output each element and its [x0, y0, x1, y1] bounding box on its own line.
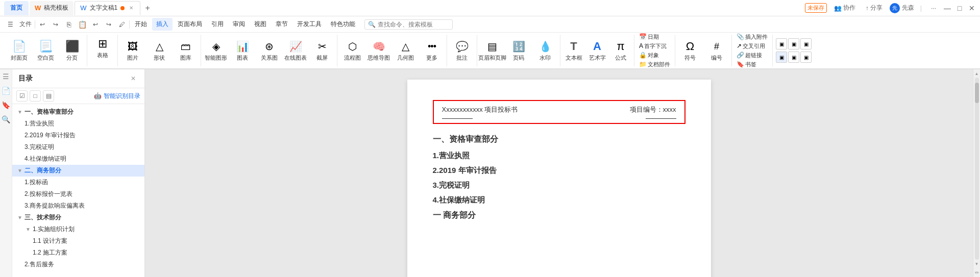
- ribbon-btn-hyperlink[interactable]: 🔗 超链接: [735, 51, 769, 59]
- menu-chapter[interactable]: 章节: [272, 18, 292, 31]
- toc-item-10[interactable]: ▼ 1.实施组织计划: [12, 223, 144, 235]
- view-btn-5[interactable]: ▣: [788, 52, 799, 63]
- ribbon-btn-table[interactable]: ⊞ 表格: [90, 35, 115, 61]
- menu-special[interactable]: 特色功能: [327, 18, 359, 31]
- toc-item-0[interactable]: ▼ 一、资格审查部分: [12, 106, 144, 118]
- ribbon-btn-pageno[interactable]: 🔢 页码: [506, 37, 531, 64]
- menu-insert[interactable]: 插入: [152, 18, 173, 31]
- ribbon-btn-watermark[interactable]: 💧 水印: [532, 37, 558, 64]
- ribbon-btn-screenshot[interactable]: ✂ 截屏: [309, 37, 335, 64]
- sidebar-close-btn[interactable]: ✕: [128, 73, 138, 84]
- copy-btn[interactable]: ⎘: [63, 18, 75, 31]
- undo-btn[interactable]: ↩: [36, 18, 48, 31]
- tab-home[interactable]: 首页: [4, 1, 29, 15]
- ribbon-btn-chart[interactable]: 📊 图表: [230, 37, 255, 64]
- toc-item-6[interactable]: 1.投标函: [12, 177, 144, 188]
- ribbon-btn-comment[interactable]: 💬 批注: [449, 37, 475, 64]
- ribbon-btn-header-footer[interactable]: ▤ 页眉和页脚: [479, 37, 505, 64]
- menu-reference[interactable]: 引用: [207, 18, 228, 31]
- redo-btn[interactable]: ↪: [50, 18, 62, 31]
- ribbon-btn-blank[interactable]: 📃 空白页: [33, 37, 58, 64]
- toc-item-3[interactable]: 3.完税证明: [12, 141, 144, 153]
- menu-layout[interactable]: 页面布局: [174, 18, 206, 31]
- view-btn-1[interactable]: ▣: [776, 38, 787, 49]
- scroll-up-btn[interactable]: ▲: [974, 70, 980, 77]
- ribbon-btn-mindmap[interactable]: 🧠 思维导图: [366, 37, 391, 64]
- ribbon-btn-date[interactable]: 📅 日期: [638, 33, 672, 41]
- close-btn[interactable]: ✕: [968, 4, 976, 12]
- ribbon-btn-object[interactable]: 🔒 对象: [638, 51, 672, 59]
- auto-toc-btn[interactable]: 🤖 智能识别目录: [94, 92, 140, 100]
- undo2-btn[interactable]: ↩: [89, 18, 102, 31]
- ribbon-btn-more[interactable]: ••• 更多: [419, 37, 445, 64]
- ribbon-btn-flowchart[interactable]: ⬡ 流程图: [339, 37, 365, 64]
- ribbon-btn-cover[interactable]: 📄 封面页: [6, 37, 32, 64]
- title-bar: 首页 W 稿壳模板 W 文字文稿1 ✕ + 未保存 👥 协作 ↑ 分享 先 先森…: [0, 0, 980, 16]
- menu-toggle-btn[interactable]: ☰: [4, 18, 16, 31]
- redo2-btn[interactable]: ↪: [103, 18, 115, 31]
- search-input[interactable]: [378, 21, 449, 28]
- share-btn[interactable]: ↑ 分享: [863, 3, 886, 13]
- ribbon-btn-relation[interactable]: ⊛ 关系图: [256, 37, 282, 64]
- sidebar-toolbar-btn-3[interactable]: ▤: [43, 90, 54, 102]
- view-btn-4[interactable]: ▣: [776, 52, 787, 63]
- ribbon-btn-numbering[interactable]: # 编号: [704, 37, 729, 64]
- minimize-btn[interactable]: —: [943, 4, 951, 12]
- toc-item-7[interactable]: 2.投标报价一览表: [12, 188, 144, 200]
- ribbon-btn-online-chart[interactable]: 📈 在线图表: [283, 37, 308, 64]
- scroll-down-btn[interactable]: ▼: [974, 261, 980, 267]
- menu-devtools[interactable]: 开发工具: [293, 18, 326, 31]
- view-btn-3[interactable]: ▣: [800, 38, 812, 49]
- tab-document[interactable]: W 文字文稿1 ✕: [75, 1, 140, 15]
- tab-close-btn[interactable]: ✕: [128, 5, 135, 12]
- relation-icon: ⊛: [262, 39, 276, 54]
- ribbon-btn-symbol[interactable]: Ω 符号: [677, 37, 703, 64]
- ribbon-btn-smart[interactable]: ◈ 智能图形: [203, 37, 229, 64]
- toc-item-5[interactable]: ▼ 二、商务部分: [12, 165, 144, 177]
- file-menu-btn[interactable]: 文件: [17, 18, 34, 31]
- left-panel-page-icon[interactable]: 📄: [1, 86, 11, 96]
- view-btn-2[interactable]: ▣: [788, 38, 799, 49]
- search-box[interactable]: 🔍: [364, 19, 453, 30]
- paste-btn[interactable]: 📋: [76, 18, 88, 31]
- ribbon-btn-gallery[interactable]: 🗃 图库: [173, 37, 199, 64]
- ribbon-btn-geometry[interactable]: △ 几何图: [393, 37, 418, 64]
- scrollbar-track[interactable]: [975, 78, 979, 260]
- ribbon-btn-docpart[interactable]: 📁 文档部件: [638, 60, 672, 68]
- ribbon-btn-textbox[interactable]: T 文本框: [562, 37, 585, 64]
- tab-draft[interactable]: W 稿壳模板: [30, 1, 74, 15]
- ribbon-btn-shape[interactable]: △ 形状: [146, 37, 172, 64]
- toc-item-2[interactable]: 2.2019 年审计报告: [12, 130, 144, 141]
- more-btn[interactable]: ···: [928, 4, 939, 13]
- ribbon-btn-arttext[interactable]: A 艺术字: [586, 37, 608, 64]
- ribbon-btn-formula[interactable]: π 公式: [609, 37, 632, 64]
- toc-item-4[interactable]: 4.社保缴纳证明: [12, 153, 144, 165]
- menu-review[interactable]: 审阅: [229, 18, 249, 31]
- maximize-btn[interactable]: □: [955, 4, 964, 12]
- ribbon-btn-crossref[interactable]: ↗ 交叉引用: [735, 42, 769, 50]
- ribbon-btn-image[interactable]: 🖼 图片: [120, 37, 145, 64]
- menu-view[interactable]: 视图: [250, 18, 271, 31]
- edit-icon[interactable]: ✏: [973, 269, 981, 276]
- toc-item-9[interactable]: ▼ 三、技术部分: [12, 212, 144, 223]
- toc-item-1[interactable]: 1.营业执照: [12, 118, 144, 130]
- format-btn[interactable]: 🖊: [116, 18, 128, 31]
- left-panel-search-icon[interactable]: 🔍: [1, 114, 11, 124]
- sidebar-toolbar-btn-2[interactable]: □: [30, 90, 41, 102]
- ribbon-btn-bookmark[interactable]: 🔖 书签: [735, 60, 769, 68]
- sidebar-toolbar-btn-1[interactable]: ☑: [16, 90, 28, 102]
- cooperate-btn[interactable]: 👥 协作: [831, 3, 859, 13]
- user-info[interactable]: 先 先森: [890, 3, 914, 13]
- menu-start[interactable]: 开始: [131, 18, 151, 31]
- toc-item-13[interactable]: 2.售后服务: [12, 259, 144, 270]
- ribbon-btn-attachment[interactable]: 📎 插入附件: [735, 33, 769, 41]
- left-panel-bookmark-icon[interactable]: 🔖: [1, 100, 11, 110]
- toc-item-12[interactable]: 1.2 施工方案: [12, 247, 144, 259]
- add-tab-btn[interactable]: +: [141, 2, 154, 14]
- view-btn-6[interactable]: ▣: [800, 52, 812, 63]
- ribbon-btn-pagebreak[interactable]: ⬛ 分页: [59, 37, 85, 64]
- ribbon-btn-dropcap[interactable]: A 首字下沉: [638, 42, 672, 50]
- left-panel-menu-icon[interactable]: ☰: [1, 71, 11, 82]
- toc-item-11[interactable]: 1.1 设计方案: [12, 235, 144, 247]
- toc-item-8[interactable]: 3.商务提款响应偏离表: [12, 200, 144, 212]
